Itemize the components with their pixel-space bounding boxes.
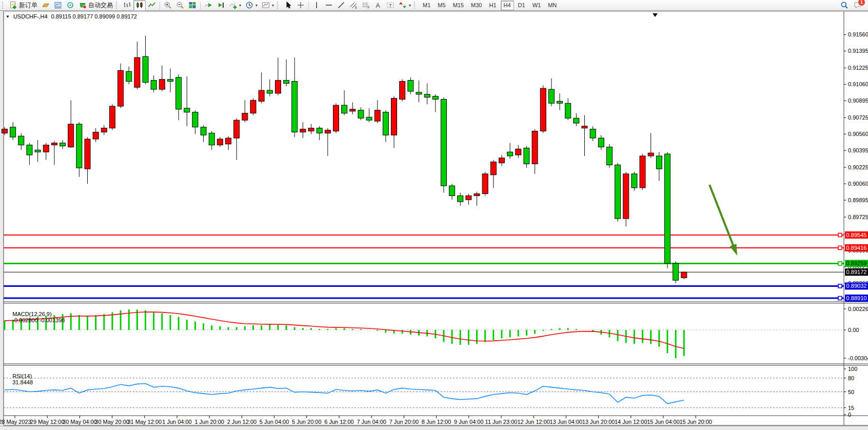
search-button[interactable] <box>840 1 849 9</box>
periods-button[interactable]: ▾ <box>243 0 260 11</box>
zoom-in-button[interactable] <box>162 0 174 11</box>
candle-body <box>308 128 314 131</box>
search-icon <box>840 1 849 9</box>
timeframe-button-d1[interactable]: D1 <box>515 1 528 10</box>
line-chart-button[interactable] <box>146 0 158 11</box>
time-axis-label[interactable]: 2 Jun 12:00 <box>227 419 257 425</box>
price-axis-tick-label: 0.90895 <box>848 97 868 104</box>
time-axis-label[interactable]: 11 Jun 23:00 <box>485 419 518 425</box>
timeframe-button-h1[interactable]: H1 <box>486 1 499 10</box>
time-axis-label[interactable]: 31 May 12:00 <box>127 419 162 425</box>
candle-body <box>432 96 438 100</box>
trendline-button[interactable] <box>335 0 347 11</box>
candle-body <box>640 156 645 188</box>
candle-body <box>391 99 397 135</box>
time-axis-label[interactable]: 6 Jun 12:00 <box>324 419 354 425</box>
candlestick-chart-button[interactable] <box>133 0 146 11</box>
notifications-button[interactable]: 1 <box>854 1 862 9</box>
time-axis-label[interactable]: 1 Jun 04:00 <box>162 419 192 425</box>
candle-body <box>524 148 529 164</box>
time-axis-label[interactable]: 1 Jun 20:00 <box>194 419 224 425</box>
time-axis-label[interactable]: 5 Jun 20:00 <box>292 419 322 425</box>
candle-body <box>325 130 330 133</box>
indicators-button[interactable]: ▾ <box>227 0 243 11</box>
toolbar-grip[interactable] <box>116 2 119 9</box>
candle-body <box>333 105 339 131</box>
vertical-line-button[interactable] <box>310 0 323 11</box>
collapse-triangle-icon[interactable]: ▼ <box>6 14 10 19</box>
candle-body <box>424 94 430 97</box>
time-axis-label[interactable]: 15 Jun 20:00 <box>679 419 712 425</box>
time-axis-label[interactable]: 5 Jun 04:00 <box>260 419 289 425</box>
time-axis-label[interactable]: 13 Jun 04:00 <box>550 419 583 425</box>
timeframe-button-m30[interactable]: M30 <box>468 1 485 10</box>
candle-body <box>68 124 74 147</box>
time-axis-label[interactable]: 13 Jun 20:00 <box>582 419 615 425</box>
candle-body <box>507 152 513 156</box>
time-axis-label[interactable]: 30 May 04:00 <box>63 419 97 425</box>
time-axis-label[interactable]: 28 May 2023 <box>0 419 31 425</box>
line-handle[interactable] <box>838 284 842 288</box>
candle-body <box>143 56 148 82</box>
bar-chart-button[interactable] <box>121 0 133 11</box>
candle-body <box>449 186 455 196</box>
candle-body <box>350 109 356 111</box>
fibonacci-button[interactable]: F <box>360 0 372 11</box>
rsi-indicator-label: RSI(14) 31.8448 <box>6 367 33 392</box>
arrows-button[interactable]: ▾ <box>397 0 413 11</box>
time-axis-label[interactable]: 8 Jun 12:00 <box>422 419 451 425</box>
text-button[interactable]: A <box>372 0 384 11</box>
ohlc-values: 0.89115 0.89177 0.89099 0.89172 <box>51 13 137 19</box>
time-axis-label[interactable]: 7 Jun 20:00 <box>389 419 419 425</box>
text-label-button[interactable]: T <box>384 0 397 11</box>
candle-body <box>168 80 173 82</box>
chart-canvas[interactable]: 0.915600.913950.912250.910600.908950.907… <box>0 11 868 426</box>
toolbar-grip[interactable] <box>2 2 5 9</box>
toolbar-grip[interactable] <box>277 2 280 9</box>
rsi-axis-label: 50 <box>848 389 854 395</box>
time-axis-label[interactable]: 15 Jun 04:00 <box>647 419 680 425</box>
auto-trading-button[interactable]: 自动交易 <box>76 0 115 11</box>
timeframe-button-m1[interactable]: M1 <box>420 1 433 10</box>
equidistant-channel-button[interactable]: E <box>347 0 360 11</box>
line-handle[interactable] <box>838 233 842 237</box>
candle-body <box>10 127 16 137</box>
new-order-button[interactable]: 新订单 <box>7 0 40 11</box>
candle-body <box>474 194 480 196</box>
time-axis-label[interactable]: 30 May 20:00 <box>95 419 129 425</box>
auto-trading-label: 自动交易 <box>88 1 113 10</box>
candle-body <box>681 272 687 278</box>
chart-shift-button[interactable] <box>214 0 227 11</box>
cursor-button[interactable] <box>282 0 294 11</box>
line-handle[interactable] <box>838 297 842 300</box>
time-axis-label[interactable]: 9 Jun 04:00 <box>454 419 484 425</box>
price-axis-tick-label: 0.90725 <box>848 114 868 121</box>
timeframe-button-h4[interactable]: H4 <box>501 1 514 10</box>
horizontal-line-button[interactable] <box>323 0 335 11</box>
candle-body <box>673 263 679 280</box>
signals-button[interactable] <box>64 0 76 11</box>
candle-body <box>565 103 571 118</box>
tile-windows-button[interactable] <box>186 0 199 11</box>
time-axis-label[interactable]: 14 Jun 12:00 <box>615 419 647 425</box>
timeframe-button-m15[interactable]: M15 <box>450 1 467 10</box>
candle-body <box>192 112 198 127</box>
timeframe-button-w1[interactable]: W1 <box>529 1 544 10</box>
time-axis-label[interactable]: 29 May 12:00 <box>30 419 65 425</box>
line-handle[interactable] <box>838 246 842 250</box>
timeframe-button-mn[interactable]: MN <box>545 1 560 10</box>
timeframe-button-m5[interactable]: M5 <box>435 1 448 10</box>
line-handle[interactable] <box>838 262 842 265</box>
zoom-out-button[interactable] <box>174 0 186 11</box>
auto-scroll-button[interactable] <box>202 0 214 11</box>
time-axis-label[interactable]: 12 Jun 12:00 <box>517 419 550 425</box>
macd-values: -0.002800 -0.001398 <box>12 317 65 323</box>
templates-button[interactable]: ▾ <box>260 0 276 11</box>
history-center-button[interactable] <box>40 0 52 11</box>
candle-body <box>499 158 505 163</box>
crosshair-button[interactable] <box>294 0 307 11</box>
time-axis-label[interactable]: 7 Jun 04:00 <box>357 419 386 425</box>
chevron-down-icon: ▾ <box>239 3 241 8</box>
toolbar-grip[interactable] <box>414 2 417 9</box>
metaeditor-button[interactable] <box>52 0 64 11</box>
